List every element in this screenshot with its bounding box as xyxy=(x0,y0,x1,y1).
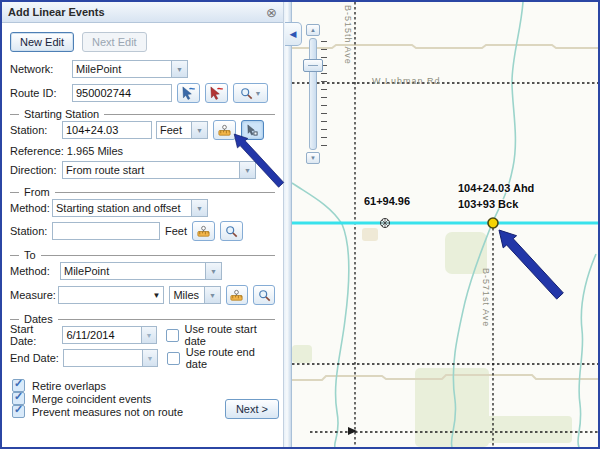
prevent-measures-label: Prevent measures not on route xyxy=(32,406,183,418)
blue-cursor-route-icon xyxy=(181,86,196,101)
to-method-label: Method: xyxy=(10,265,60,277)
from-method-label: Method: xyxy=(10,202,52,214)
clear-route-selection-button[interactable] xyxy=(205,83,228,103)
to-method-row: Method: MilePoint ▼ xyxy=(10,261,275,281)
end-date-row: End Date: ▼ Use route end date xyxy=(10,348,275,368)
to-method-value: MilePoint xyxy=(61,265,205,277)
street-label-vertical-top: B-515th Ave xyxy=(343,5,353,65)
end-date-label: End Date: xyxy=(10,352,63,364)
section-label: To xyxy=(24,249,36,261)
orange-station-icon xyxy=(217,123,232,138)
section-label: From xyxy=(24,186,50,198)
triangle-up-icon: ▲ xyxy=(310,27,316,33)
annotation-arrow-panel xyxy=(231,131,289,191)
new-edit-button[interactable]: New Edit xyxy=(10,32,74,52)
measure-combo[interactable]: ▼ xyxy=(58,286,165,304)
next-edit-button[interactable]: Next Edit xyxy=(82,32,147,52)
network-select[interactable]: MilePoint ▼ xyxy=(72,60,188,78)
chevron-down-icon[interactable]: ▼ xyxy=(205,263,221,279)
start-date-input[interactable] xyxy=(62,326,142,344)
select-route-on-map-button[interactable] xyxy=(177,83,200,103)
from-station-search-button[interactable] xyxy=(220,221,243,241)
from-method-value: Starting station and offset xyxy=(53,202,191,214)
measure-unit-value: Miles xyxy=(170,289,204,301)
zoom-slider-thumb[interactable] xyxy=(303,59,323,72)
station-back-label: 103+93 Bck xyxy=(458,198,518,210)
map-graphics xyxy=(292,2,598,447)
calendar-dropdown-icon[interactable]: ▼ xyxy=(143,349,157,367)
zoom-slider-track[interactable] xyxy=(309,38,317,150)
zoom-in-button[interactable]: ▲ xyxy=(306,24,320,36)
end-date-input[interactable] xyxy=(63,349,143,367)
retire-overlaps-label: Retire overlaps xyxy=(32,380,106,392)
panel-header: Add Linear Events ⊗ xyxy=(2,2,283,23)
use-route-start-date-label: Use route start date xyxy=(185,323,275,347)
red-cursor-route-icon xyxy=(209,86,224,101)
chevron-down-icon[interactable]: ▼ xyxy=(191,200,207,216)
station-marker xyxy=(381,219,390,228)
measure-label: Measure: xyxy=(10,289,58,301)
orange-station-icon xyxy=(196,224,211,239)
chevron-down-icon[interactable]: ▼ xyxy=(191,122,207,138)
from-station-row: Station: Feet xyxy=(10,221,275,241)
direction-select[interactable]: From route start ▼ xyxy=(62,161,256,179)
measure-unit-select[interactable]: Miles ▼ xyxy=(169,286,221,304)
use-route-end-date-label: Use route end date xyxy=(186,346,275,370)
station-value-label-left: 61+94.96 xyxy=(352,195,422,207)
panel-title: Add Linear Events xyxy=(8,6,266,18)
calendar-dropdown-icon[interactable]: ▼ xyxy=(142,326,156,344)
app-window: Add Linear Events ⊗ New Edit Next Edit N… xyxy=(0,0,600,449)
route-id-label: Route ID: xyxy=(10,87,72,99)
from-station-input[interactable] xyxy=(52,222,160,240)
station-input[interactable] xyxy=(62,121,152,139)
network-value: MilePoint xyxy=(73,63,171,75)
network-row: Network: MilePoint ▼ xyxy=(10,59,275,79)
from-station-label: Station: xyxy=(10,225,52,237)
measure-row: Measure: ▼ Miles ▼ xyxy=(10,285,275,305)
from-method-select[interactable]: Starting station and offset ▼ xyxy=(52,199,208,217)
to-method-select[interactable]: MilePoint ▼ xyxy=(60,262,222,280)
start-date-row: Start Date: ▼ Use route start date xyxy=(10,325,275,345)
chevron-down-icon[interactable]: ▼ xyxy=(204,287,220,303)
combo-arrow-icon[interactable]: ▼ xyxy=(149,291,163,300)
section-to: To xyxy=(10,249,275,261)
next-button[interactable]: Next > xyxy=(225,399,279,419)
route-search-menu-button[interactable]: ▼ xyxy=(233,83,268,103)
triangle-down-icon: ▼ xyxy=(310,155,316,161)
magnifier-icon xyxy=(240,87,253,100)
zoom-slider-ticks xyxy=(321,41,327,149)
prevent-measures-checkbox[interactable] xyxy=(12,405,25,418)
station-label: Station: xyxy=(10,124,62,136)
from-station-identify-button[interactable] xyxy=(192,221,215,241)
map-viewport[interactable]: B-515th Ave W Luhman Rd B-571st Ave 61+9… xyxy=(292,2,598,447)
reference-text: Reference: 1.965 Miles xyxy=(10,145,123,157)
add-linear-events-panel: Add Linear Events ⊗ New Edit Next Edit N… xyxy=(2,2,284,447)
minor-roads xyxy=(292,45,598,380)
section-starting-station: Starting Station xyxy=(10,108,275,120)
from-method-row: Method: Starting station and offset ▼ xyxy=(10,198,275,218)
edit-buttons-row: New Edit Next Edit xyxy=(10,31,275,53)
collapse-panel-tab[interactable]: ◀ xyxy=(285,22,302,46)
chevron-down-icon[interactable]: ▼ xyxy=(171,61,187,77)
magnifier-icon xyxy=(225,225,238,238)
direction-label: Direction: xyxy=(10,164,62,176)
station-ahead-label: 104+24.03 Ahd xyxy=(458,182,534,194)
use-route-start-date-checkbox[interactable] xyxy=(166,329,179,342)
field-patch xyxy=(362,228,378,241)
street-label-horizontal: W Luhman Rd xyxy=(372,76,441,86)
route-id-input[interactable] xyxy=(72,84,172,102)
network-label: Network: xyxy=(10,63,72,75)
from-unit-text: Feet xyxy=(165,225,187,237)
route-id-row: Route ID: ▼ xyxy=(10,83,275,103)
station-unit-value: Feet xyxy=(157,124,191,136)
zoom-out-button[interactable]: ▼ xyxy=(306,152,320,164)
measure-identify-button[interactable] xyxy=(226,285,248,305)
station-unit-select[interactable]: Feet ▼ xyxy=(156,121,208,139)
start-date-label: Start Date: xyxy=(10,323,62,347)
street-label-vertical-right: B-571st Ave xyxy=(481,268,491,327)
panel-splitter[interactable] xyxy=(284,2,292,447)
close-icon[interactable]: ⊗ xyxy=(266,6,277,19)
triangle-left-icon: ◀ xyxy=(290,29,297,39)
measure-search-button[interactable] xyxy=(253,285,275,305)
use-route-end-date-checkbox[interactable] xyxy=(167,352,180,365)
